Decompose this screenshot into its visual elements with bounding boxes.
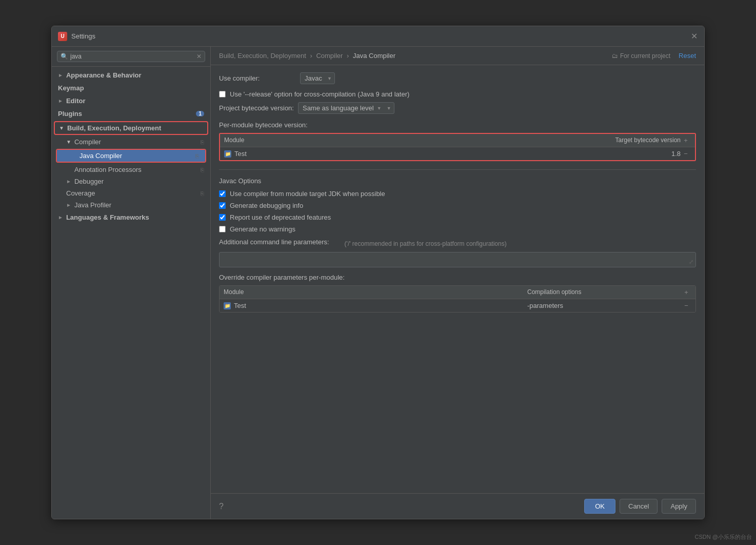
arrow-icon: ►	[58, 98, 63, 104]
sidebar-item-keymap[interactable]: Keymap	[52, 82, 210, 94]
settings-window: U Settings ✕ 🔍 ✕ ► Appearance & Behavior	[51, 26, 705, 519]
javac-options-title: Javac Options	[219, 177, 696, 185]
override-table-header: Module Compilation options +	[220, 286, 695, 299]
sidebar-item-label: Debugger	[74, 178, 104, 185]
help-button[interactable]: ?	[219, 502, 224, 511]
sidebar-item-label: Keymap	[58, 84, 84, 92]
plugins-badge: 1	[196, 111, 204, 116]
search-input[interactable]	[70, 53, 194, 60]
nav-tree: ► Appearance & Behavior Keymap ► Editor …	[52, 67, 210, 519]
sidebar: 🔍 ✕ ► Appearance & Behavior Keymap ►	[52, 47, 211, 519]
override-table: Module Compilation options + 📁 Test -par…	[219, 285, 696, 313]
sidebar-item-label: Annotation Processors	[74, 166, 142, 173]
generate-debug-label: Generate debugging info	[230, 202, 303, 209]
search-wrap: 🔍 ✕	[57, 51, 205, 62]
sidebar-item-label: Coverage	[66, 189, 95, 197]
use-compiler-module-checkbox[interactable]	[219, 190, 226, 197]
expand-icon[interactable]: ⤢	[689, 259, 693, 265]
option-generate-debug: Generate debugging info	[219, 202, 696, 209]
close-button[interactable]: ✕	[690, 32, 698, 41]
bytecode-version-label: Project bytecode version:	[219, 104, 294, 112]
report-deprecated-checkbox[interactable]	[219, 214, 226, 221]
sidebar-item-languages[interactable]: ► Languages & Frameworks	[52, 211, 210, 224]
breadcrumb-part1: Build, Execution, Deployment	[219, 52, 306, 60]
option-use-compiler-module: Use compiler from module target JDK when…	[219, 190, 696, 198]
override-col-options: Compilation options	[527, 288, 681, 296]
window-title: Settings	[71, 32, 690, 40]
compiler-select-wrap: Javac	[300, 72, 335, 84]
override-table-row: 📁 Test -parameters −	[220, 299, 695, 312]
for-current-project-label: For current project	[620, 52, 670, 60]
arrow-icon: ►	[66, 202, 71, 208]
sidebar-item-plugins[interactable]: Plugins 1	[52, 107, 210, 120]
content-area: 🔍 ✕ ► Appearance & Behavior Keymap ►	[52, 47, 704, 519]
module-cell: 📁 Test	[224, 150, 578, 158]
sidebar-item-editor[interactable]: ► Editor	[52, 94, 210, 107]
remove-row-button[interactable]: −	[681, 150, 691, 158]
sidebar-item-java-profiler[interactable]: ► Java Profiler	[52, 199, 210, 211]
copy-icon: ⎘	[201, 167, 204, 173]
bytecode-table-header: Module Target bytecode version +	[220, 134, 695, 147]
generate-debug-checkbox[interactable]	[219, 202, 226, 209]
app-icon: U	[58, 32, 67, 41]
override-module-name: Test	[234, 302, 246, 309]
override-label: Override compiler parameters per-module:	[219, 274, 696, 281]
arrow-icon: ▼	[59, 125, 64, 131]
sidebar-item-build[interactable]: ▼ Build, Execution, Deployment	[55, 122, 207, 134]
sidebar-item-label: Appearance & Behavior	[66, 71, 142, 79]
apply-button[interactable]: Apply	[662, 499, 696, 514]
sidebar-item-compiler[interactable]: ▼ Compiler ⎘	[52, 136, 210, 148]
override-section: Override compiler parameters per-module:…	[219, 274, 696, 313]
main-panel: Build, Execution, Deployment › Compiler …	[211, 47, 704, 519]
project-icon: 🗂	[612, 52, 618, 60]
release-option-label: Use '--release' option for cross-compila…	[230, 90, 409, 98]
clear-search-button[interactable]: ✕	[196, 53, 202, 60]
no-warnings-label: Generate no warnings	[230, 225, 295, 233]
cmd-section: Additional command line parameters: ('/'…	[219, 238, 696, 267]
sidebar-item-build-highlighted: ▼ Build, Execution, Deployment	[54, 121, 208, 135]
override-remove-button[interactable]: −	[681, 302, 691, 309]
use-compiler-row: Use compiler: Javac	[219, 72, 696, 84]
dialog-buttons: OK Cancel Apply	[584, 499, 696, 514]
bytecode-version-dropdown[interactable]: Same as language level ▼	[298, 102, 394, 114]
use-compiler-label: Use compiler:	[219, 74, 296, 82]
cmd-input[interactable]	[220, 252, 695, 267]
arrow-icon: ►	[66, 179, 71, 184]
sidebar-item-debugger[interactable]: ► Debugger	[52, 176, 210, 187]
ok-button[interactable]: OK	[584, 499, 615, 514]
cmd-label: Additional command line parameters:	[219, 238, 329, 246]
override-module-cell: 📁 Test	[224, 302, 527, 309]
breadcrumb-part3: Java Compiler	[353, 52, 395, 60]
release-option-checkbox[interactable]	[219, 91, 226, 98]
sidebar-item-label: Java Profiler	[74, 201, 111, 209]
sidebar-item-coverage[interactable]: Coverage ⎘	[52, 187, 210, 199]
arrow-icon: ►	[58, 215, 63, 220]
release-option-row: Use '--release' option for cross-compila…	[219, 90, 696, 98]
copy-icon: ⎘	[195, 153, 199, 159]
bytecode-version-row: Project bytecode version: Same as langua…	[219, 102, 696, 114]
sidebar-item-java-compiler[interactable]: Java Compiler ⎘	[57, 150, 205, 162]
add-row-button[interactable]: +	[681, 137, 691, 144]
reset-button[interactable]: Reset	[679, 52, 696, 60]
watermark: CSDN @小乐乐的台台	[695, 533, 752, 541]
arrow-icon: ►	[58, 72, 63, 78]
for-current-project: 🗂 For current project	[612, 52, 670, 60]
override-col-module: Module	[224, 288, 527, 296]
option-no-warnings: Generate no warnings	[219, 225, 696, 233]
sidebar-item-java-compiler-highlight: Java Compiler ⎘	[56, 149, 206, 163]
no-warnings-checkbox[interactable]	[219, 226, 226, 232]
breadcrumb-sep2: ›	[347, 52, 351, 60]
bytecode-version-select-wrap: Same as language level ▼	[298, 102, 394, 114]
compiler-select[interactable]: Javac	[300, 72, 335, 84]
breadcrumb-sep1: ›	[310, 52, 314, 60]
per-module-label: Per-module bytecode version:	[219, 121, 696, 129]
sidebar-item-appearance[interactable]: ► Appearance & Behavior	[52, 69, 210, 82]
sidebar-item-label: Editor	[66, 97, 86, 105]
override-add-button[interactable]: +	[681, 288, 691, 296]
cancel-button[interactable]: Cancel	[620, 499, 658, 514]
bytecode-table: Module Target bytecode version + 📁 Test …	[219, 133, 696, 161]
option-report-deprecated: Report use of deprecated features	[219, 213, 696, 221]
sidebar-item-annotation[interactable]: Annotation Processors ⎘	[52, 164, 210, 176]
breadcrumb: Build, Execution, Deployment › Compiler …	[219, 52, 612, 60]
sidebar-item-label: Build, Execution, Deployment	[67, 124, 161, 132]
